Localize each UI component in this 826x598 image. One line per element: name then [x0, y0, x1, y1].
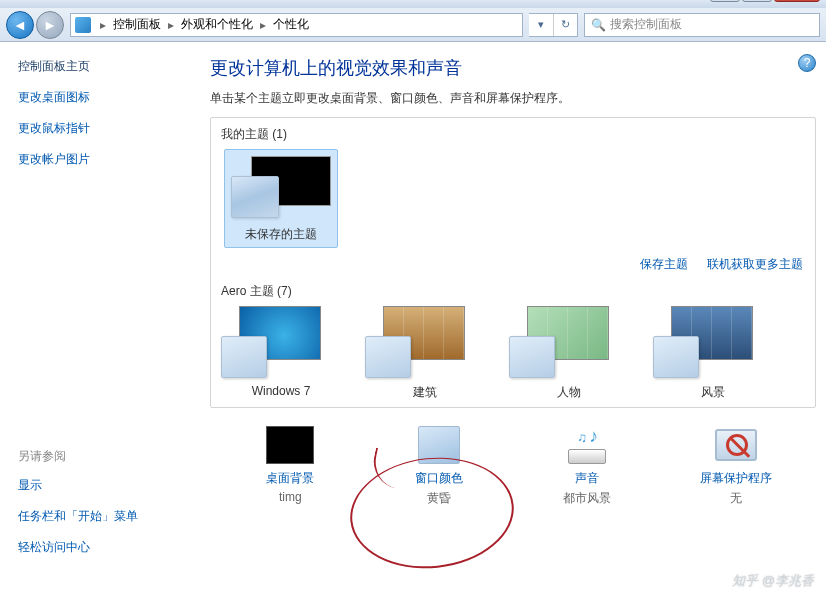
- sidebar-link-account-picture[interactable]: 更改帐户图片: [18, 151, 196, 168]
- theme-architecture[interactable]: 建筑: [365, 306, 485, 401]
- setting-value: 无: [666, 490, 806, 507]
- setting-title: 窗口颜色: [369, 470, 509, 487]
- content-pane: ? 更改计算机上的视觉效果和声音 单击某个主题立即更改桌面背景、窗口颜色、声音和…: [200, 42, 826, 598]
- bottom-settings: 桌面背景 timg 窗口颜色 黄昏 ♪♫ 声音 都市风景 屏幕保护: [210, 426, 816, 507]
- setting-value: 都市风景: [517, 490, 657, 507]
- forward-button[interactable]: ►: [36, 11, 64, 39]
- sidebar-link-mouse-pointer[interactable]: 更改鼠标指针: [18, 120, 196, 137]
- breadcrumb-level1[interactable]: 外观和个性化: [179, 14, 255, 35]
- breadcrumb-sep: ▸: [255, 18, 271, 32]
- aero-themes-label: Aero 主题 (7): [221, 283, 805, 300]
- setting-title: 声音: [517, 470, 657, 487]
- window-color-thumb: [231, 176, 279, 218]
- theme-people[interactable]: 人物: [509, 306, 629, 401]
- setting-value: timg: [220, 490, 360, 504]
- sound-button[interactable]: ♪♫ 声音 都市风景: [517, 426, 657, 507]
- setting-title: 桌面背景: [220, 470, 360, 487]
- breadcrumb-sep: ▸: [95, 18, 111, 32]
- sidebar-link-display[interactable]: 显示: [18, 477, 196, 494]
- sidebar-heading: 控制面板主页: [18, 58, 196, 75]
- theme-unsaved[interactable]: 未保存的主题: [221, 149, 341, 248]
- theme-label: 风景: [653, 384, 773, 401]
- window-color-thumb: [653, 336, 699, 378]
- sound-icon: ♪♫: [563, 426, 611, 464]
- get-more-themes-link[interactable]: 联机获取更多主题: [707, 257, 803, 271]
- sidebar-link-ease-access[interactable]: 轻松访问中心: [18, 539, 196, 556]
- window-color-thumb: [221, 336, 267, 378]
- breadcrumb-sep: ▸: [163, 18, 179, 32]
- control-panel-icon: [75, 17, 91, 33]
- theme-scenery[interactable]: 风景: [653, 306, 773, 401]
- dropdown-icon[interactable]: ▾: [529, 14, 553, 36]
- refresh-icon[interactable]: ↻: [553, 14, 577, 36]
- theme-label: 人物: [509, 384, 629, 401]
- breadcrumb[interactable]: ▸ 控制面板 ▸ 外观和个性化 ▸ 个性化: [70, 13, 523, 37]
- search-input[interactable]: 🔍 搜索控制面板: [584, 13, 820, 37]
- theme-name: 未保存的主题: [231, 226, 331, 243]
- desktop-background-button[interactable]: 桌面背景 timg: [220, 426, 360, 507]
- address-bar: ◄ ► ▸ 控制面板 ▸ 外观和个性化 ▸ 个性化 ▾ ↻ 🔍 搜索控制面板: [0, 8, 826, 42]
- screensaver-button[interactable]: 屏幕保护程序 无: [666, 426, 806, 507]
- back-button[interactable]: ◄: [6, 11, 34, 39]
- wallpaper-icon: [266, 426, 314, 464]
- window-color-thumb: [509, 336, 555, 378]
- setting-value: 黄昏: [369, 490, 509, 507]
- page-subtitle: 单击某个主题立即更改桌面背景、窗口颜色、声音和屏幕保护程序。: [210, 90, 816, 107]
- theme-label: Windows 7: [221, 384, 341, 398]
- sidebar-link-taskbar[interactable]: 任务栏和「开始」菜单: [18, 508, 196, 525]
- window-color-button[interactable]: 窗口颜色 黄昏: [369, 426, 509, 507]
- minimize-button[interactable]: [710, 0, 740, 2]
- theme-windows7[interactable]: Windows 7: [221, 306, 341, 401]
- watermark: 知乎 @李兆香: [732, 572, 814, 590]
- window-color-thumb: [365, 336, 411, 378]
- breadcrumb-root[interactable]: 控制面板: [111, 14, 163, 35]
- titlebar: [0, 0, 826, 8]
- search-placeholder: 搜索控制面板: [610, 16, 682, 33]
- color-icon: [418, 426, 460, 464]
- page-title: 更改计算机上的视觉效果和声音: [210, 56, 816, 80]
- setting-title: 屏幕保护程序: [666, 470, 806, 487]
- breadcrumb-level2[interactable]: 个性化: [271, 14, 311, 35]
- sidebar-link-desktop-icons[interactable]: 更改桌面图标: [18, 89, 196, 106]
- save-theme-link[interactable]: 保存主题: [640, 257, 688, 271]
- close-button[interactable]: [774, 0, 820, 2]
- sidebar: 控制面板主页 更改桌面图标 更改鼠标指针 更改帐户图片 另请参阅 显示 任务栏和…: [0, 42, 200, 598]
- my-themes-label: 我的主题 (1): [221, 126, 805, 143]
- theme-panel: 我的主题 (1) 未保存的主题 保存主题 联机获取更多主题: [210, 117, 816, 408]
- maximize-button[interactable]: [742, 0, 772, 2]
- help-icon[interactable]: ?: [798, 54, 816, 72]
- screensaver-icon: [712, 426, 760, 464]
- sidebar-see-also-heading: 另请参阅: [18, 448, 196, 465]
- theme-label: 建筑: [365, 384, 485, 401]
- search-icon: 🔍: [591, 18, 606, 32]
